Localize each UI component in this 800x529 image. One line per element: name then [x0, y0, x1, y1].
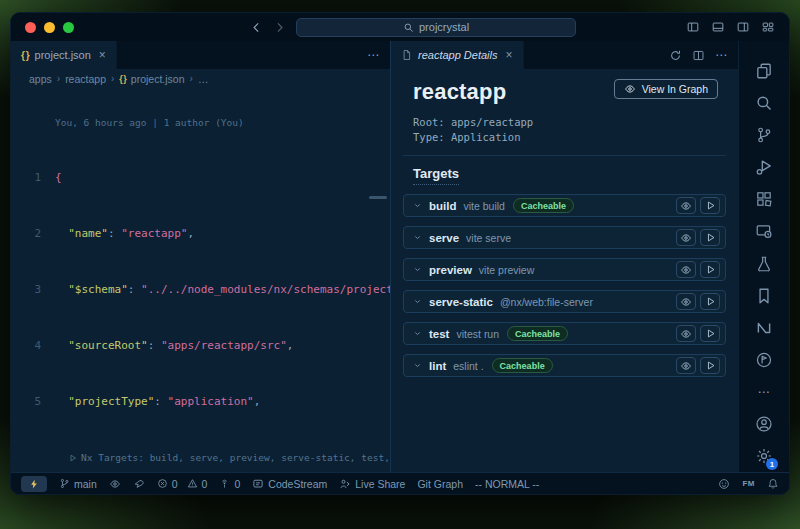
view-target-button[interactable] — [676, 293, 696, 310]
breadcrumb-symbol[interactable]: … — [198, 73, 209, 85]
scrollbar-thumb[interactable] — [369, 196, 387, 199]
run-target-button[interactable] — [700, 197, 720, 214]
settings-gear-icon[interactable]: 1 — [739, 440, 789, 472]
search-value: projcrystal — [419, 21, 469, 33]
breadcrumb-apps[interactable]: apps — [29, 73, 52, 85]
target-row-lint[interactable]: lint eslint . Cacheable — [403, 354, 726, 377]
customize-layout-icon[interactable] — [761, 20, 775, 34]
forward-arrow-icon[interactable] — [273, 21, 286, 34]
run-target-button[interactable] — [700, 357, 720, 374]
close-window-button[interactable] — [25, 22, 36, 33]
remote-indicator[interactable] — [21, 476, 47, 492]
toggle-secondary-sidebar-icon[interactable] — [736, 20, 750, 34]
view-target-button[interactable] — [676, 357, 696, 374]
fm-indicator[interactable]: FM — [742, 479, 755, 488]
run-target-button[interactable] — [700, 325, 720, 342]
run-target-button[interactable] — [700, 261, 720, 278]
close-tab-icon[interactable]: × — [99, 48, 106, 62]
tab-reactapp-details[interactable]: reactapp Details × — [391, 41, 524, 69]
target-row-build[interactable]: build vite build Cacheable — [403, 194, 726, 217]
run-target-button[interactable] — [700, 229, 720, 246]
back-arrow-icon[interactable] — [250, 21, 263, 34]
bookmark-icon[interactable] — [739, 280, 789, 312]
view-target-button[interactable] — [676, 197, 696, 214]
project-details-panel: reactapp View In Graph Root: apps/reacta… — [391, 69, 738, 472]
run-debug-icon[interactable] — [739, 151, 789, 183]
json-file-icon: { } — [119, 74, 126, 84]
breadcrumb-file[interactable]: project.json — [131, 73, 185, 85]
live-share-status[interactable]: Live Share — [339, 478, 405, 490]
project-root: Root: apps/reactapp — [413, 115, 726, 130]
command-center-search[interactable]: projcrystal — [296, 18, 576, 37]
bell-icon[interactable] — [767, 478, 779, 490]
bird-icon[interactable] — [133, 478, 145, 490]
code-token: , — [287, 339, 294, 353]
target-command: @nx/web:file-server — [500, 296, 593, 308]
extensions-icon[interactable] — [739, 183, 789, 215]
view-target-button[interactable] — [676, 229, 696, 246]
breadcrumb-reactapp[interactable]: reactapp — [65, 73, 106, 85]
refresh-icon[interactable] — [669, 49, 682, 62]
tab-bar-left: { } project.json × ⋯ — [11, 41, 390, 69]
remote-window-icon[interactable] — [739, 215, 789, 247]
tab-project-json[interactable]: { } project.json × — [11, 41, 117, 69]
run-target-button[interactable] — [700, 293, 720, 310]
search-icon — [403, 22, 414, 33]
git-graph-status[interactable]: Git Graph — [417, 478, 463, 490]
view-in-graph-button[interactable]: View In Graph — [614, 79, 718, 99]
code-token: , — [254, 395, 261, 409]
source-control-icon[interactable] — [739, 119, 789, 151]
eye-icon — [624, 83, 636, 95]
files-icon[interactable] — [739, 55, 789, 87]
line-number: 5 — [11, 395, 55, 409]
target-row-serve[interactable]: serve vite serve — [403, 226, 726, 249]
octoface-icon[interactable] — [718, 478, 730, 490]
gitlens-blame-toggle[interactable] — [109, 478, 121, 490]
chevron-down-icon[interactable] — [413, 361, 422, 370]
targets-list: build vite build Cacheable serve vite se… — [403, 194, 726, 377]
flag-circle-icon[interactable] — [739, 344, 789, 376]
target-row-test[interactable]: test vitest run Cacheable — [403, 322, 726, 345]
git-branch-status[interactable]: main — [59, 478, 97, 490]
broadcast-status[interactable]: 0 — [219, 478, 240, 490]
toggle-sidebar-icon[interactable] — [686, 20, 700, 34]
target-name: serve-static — [429, 296, 493, 308]
targets-heading: Targets — [413, 166, 459, 185]
chevron-down-icon[interactable] — [413, 329, 422, 338]
search-icon[interactable] — [739, 87, 789, 119]
nx-targets-hint[interactable]: Nx Targets: build, serve, preview, serve… — [69, 451, 390, 464]
chevron-down-icon[interactable] — [413, 265, 422, 274]
view-target-button[interactable] — [676, 325, 696, 342]
beaker-icon[interactable] — [739, 247, 789, 279]
code-editor[interactable]: You, 6 hours ago | 1 author (You) 1{ 2 "… — [11, 88, 390, 472]
target-command: vitest run — [456, 328, 499, 340]
close-tab-icon[interactable]: × — [506, 48, 513, 62]
more-actions-icon[interactable]: ⋯ — [367, 48, 380, 62]
chevron-down-icon[interactable] — [413, 233, 422, 242]
nx-hint-text: Nx Targets: build, serve, preview, serve… — [81, 451, 390, 464]
breadcrumb-separator: › — [190, 73, 193, 84]
vim-mode-indicator[interactable]: -- NORMAL -- — [475, 478, 539, 490]
split-editor-icon[interactable] — [692, 49, 705, 62]
error-count: 0 — [172, 478, 178, 490]
nx-console-icon[interactable] — [739, 312, 789, 344]
account-icon[interactable] — [739, 408, 789, 440]
gitlens-codelens[interactable]: You, 6 hours ago | 1 author (You) — [55, 116, 390, 129]
tab-bar-right: reactapp Details × ⋯ — [391, 41, 738, 69]
view-target-button[interactable] — [676, 261, 696, 278]
target-row-preview[interactable]: preview vite preview — [403, 258, 726, 281]
antenna-icon — [219, 478, 230, 489]
more-icon[interactable]: ⋯ — [739, 376, 789, 408]
view-in-graph-label: View In Graph — [642, 83, 708, 95]
chevron-down-icon[interactable] — [413, 297, 422, 306]
more-actions-icon[interactable]: ⋯ — [715, 48, 728, 62]
minimize-window-button[interactable] — [44, 22, 55, 33]
target-row-serve-static[interactable]: serve-static @nx/web:file-server — [403, 290, 726, 313]
toggle-panel-icon[interactable] — [711, 20, 725, 34]
title-bar: projcrystal — [11, 13, 789, 41]
file-icon — [401, 49, 412, 61]
zoom-window-button[interactable] — [63, 22, 74, 33]
problems-status[interactable]: 0 0 — [157, 478, 208, 490]
codestream-status[interactable]: CodeStream — [252, 478, 327, 490]
chevron-down-icon[interactable] — [413, 201, 422, 210]
